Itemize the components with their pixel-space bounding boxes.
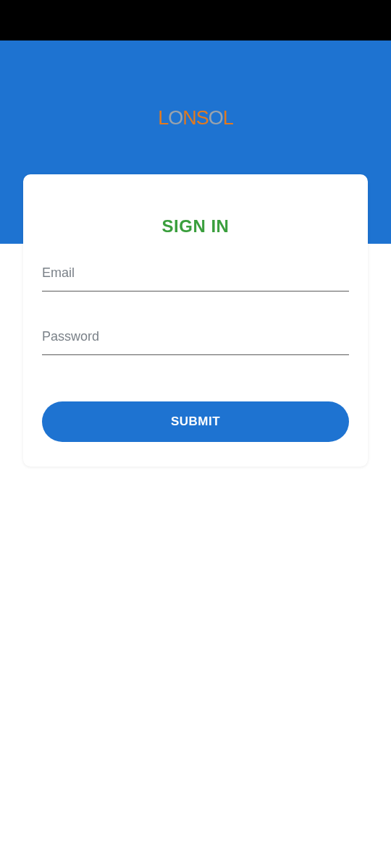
signin-card: SIGN IN SUBMIT [23,174,368,467]
status-bar [0,0,391,41]
logo-text: LONSOL [158,107,233,129]
submit-button[interactable]: SUBMIT [42,401,349,442]
app-logo: LONSOL [158,107,233,129]
password-field[interactable] [42,323,349,355]
email-field-wrap [42,260,349,292]
email-field[interactable] [42,260,349,292]
page-title: SIGN IN [42,216,349,237]
password-field-wrap [42,323,349,355]
